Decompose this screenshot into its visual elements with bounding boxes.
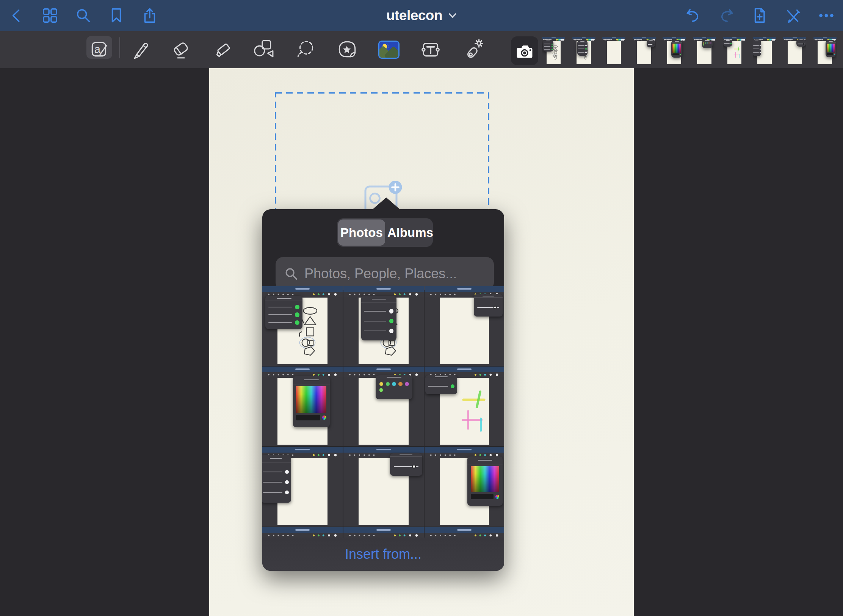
grid-icon [41, 7, 59, 24]
photo-thumbnail-partial[interactable] [262, 527, 343, 538]
screenshot-pen-color-grid[interactable] [425, 447, 504, 527]
photos-popover: Photos Albums Insert from... [262, 209, 504, 571]
popover-arrow [372, 197, 400, 210]
highlighter-icon [212, 39, 234, 61]
tool-laser-pointer[interactable] [459, 36, 486, 63]
share-button[interactable] [139, 5, 160, 26]
navigation-bar: utelecon [0, 0, 843, 31]
search-button[interactable] [73, 5, 94, 26]
tool-bar: a [0, 31, 843, 68]
redo-button[interactable] [716, 5, 737, 26]
redo-icon [718, 7, 735, 24]
screenshot-lasso-tool-menu[interactable] [262, 286, 343, 366]
screenshot-eraser-menu[interactable] [262, 447, 343, 527]
tool-image[interactable] [375, 36, 403, 63]
insert-from-label: Insert from... [345, 546, 422, 562]
document-title-text: utelecon [386, 8, 442, 24]
exit-edit-mode-button[interactable] [782, 5, 804, 26]
tool-eraser[interactable] [167, 36, 194, 63]
tool-lasso[interactable] [292, 36, 319, 63]
camera-button[interactable] [511, 36, 538, 65]
chevron-down-icon [448, 13, 457, 19]
photo-thumbnail-partial[interactable] [425, 527, 504, 538]
undo-icon [685, 7, 702, 24]
ellipsis-icon [818, 7, 835, 24]
tool-highlighter[interactable] [209, 36, 237, 63]
photo-grid [262, 286, 504, 527]
recent-photos-strip [542, 37, 843, 64]
recent-photo-thumbnail[interactable] [633, 37, 656, 64]
lasso-icon [295, 39, 317, 61]
tool-sticker[interactable] [334, 36, 361, 63]
shapes-icon [252, 39, 274, 61]
add-page-button[interactable] [749, 5, 770, 26]
undo-button[interactable] [683, 5, 704, 26]
canvas-area: Photos Albums Insert from... [0, 68, 843, 616]
screenshot-highlighter-color-grid[interactable] [262, 367, 343, 446]
recent-photo-thumbnail[interactable] [542, 37, 565, 64]
photo-thumbnail-partial[interactable] [343, 527, 424, 538]
camera-icon [515, 41, 534, 61]
tool-handwriting[interactable]: a [86, 36, 113, 63]
screenshot-shape-tool-menu[interactable] [343, 286, 424, 366]
back-button[interactable] [6, 5, 28, 26]
recent-photo-thumbnail[interactable] [693, 37, 716, 64]
recent-photo-thumbnail[interactable] [753, 37, 776, 64]
insert-from-button[interactable]: Insert from... [262, 538, 504, 571]
search-icon [284, 266, 298, 281]
photo-search-field[interactable] [276, 257, 494, 290]
back-chevron-icon [8, 7, 26, 24]
pen-icon [128, 39, 150, 61]
photo-grid-next-row [262, 527, 504, 538]
recent-photo-thumbnail[interactable] [602, 37, 625, 64]
screenshot-highlighter-thickness[interactable] [425, 286, 504, 366]
handwriting-icon: a [88, 39, 110, 61]
more-options-button[interactable] [816, 5, 837, 26]
sticker-icon [336, 39, 358, 61]
screenshot-highlighter-strokes[interactable] [425, 367, 504, 446]
tool-shapes[interactable] [250, 36, 277, 63]
screenshot-pen-thickness[interactable] [343, 447, 424, 527]
svg-text:a: a [94, 43, 101, 55]
crossed-pencil-icon [784, 7, 802, 24]
recent-photo-thumbnail[interactable] [663, 37, 686, 64]
document-title[interactable]: utelecon [384, 0, 459, 31]
recent-photo-thumbnail[interactable] [813, 37, 837, 64]
photo-search-input[interactable] [304, 265, 486, 282]
laser-pointer-icon [462, 39, 484, 61]
bookmark-icon [108, 7, 125, 24]
photos-albums-segmented-control: Photos Albums [337, 218, 433, 247]
toolbar-divider [119, 37, 120, 58]
tab-albums[interactable]: Albums [385, 219, 436, 246]
tab-photos[interactable]: Photos [338, 219, 385, 246]
eraser-icon [170, 39, 192, 61]
text-tool-icon [420, 39, 442, 61]
goodnotes-app-window: utelecon [0, 0, 843, 616]
recent-photo-thumbnail[interactable] [723, 37, 746, 64]
add-page-icon [751, 7, 768, 24]
search-icon [75, 7, 92, 24]
recent-photo-thumbnail[interactable] [572, 37, 595, 64]
screenshot-highlighter-color-presets[interactable] [343, 367, 424, 446]
page-thumbnails-button[interactable] [39, 5, 61, 26]
share-icon [141, 7, 158, 24]
recent-photo-thumbnail[interactable] [783, 37, 806, 64]
bookmark-button[interactable] [106, 5, 127, 26]
tool-pen[interactable] [125, 36, 153, 63]
image-tool-icon [378, 41, 400, 59]
tool-text[interactable] [417, 36, 444, 63]
